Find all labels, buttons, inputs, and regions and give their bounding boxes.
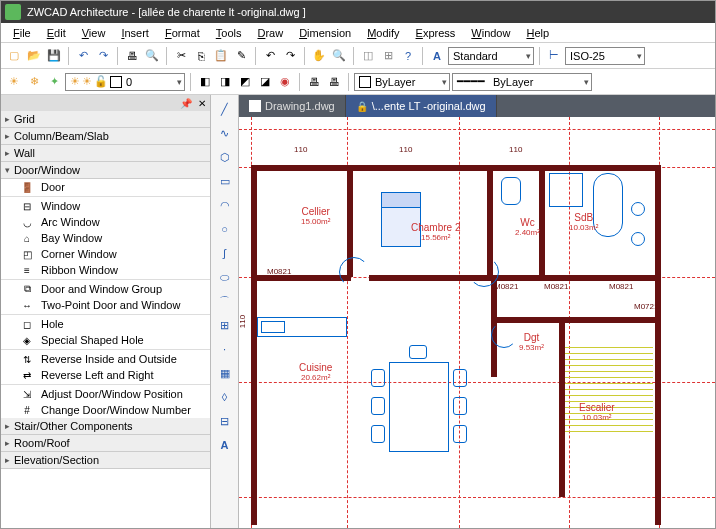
change-num-icon: # xyxy=(19,404,35,416)
panel-item-hole[interactable]: ◻Hole xyxy=(1,316,210,332)
panel-item-reverse-left-and-right[interactable]: ⇄Reverse Left and Right xyxy=(1,367,210,383)
color-dropdown[interactable]: ByLayer xyxy=(354,73,450,91)
room-label-escalier: Escalier10.03m² xyxy=(579,402,615,422)
cut-icon[interactable]: ✂ xyxy=(172,47,190,65)
lm4-icon[interactable]: ◪ xyxy=(256,73,274,91)
region-tool-icon[interactable]: ◊ xyxy=(215,387,235,407)
menu-draw[interactable]: Draw xyxy=(249,25,291,41)
pan-icon[interactable]: ✋ xyxy=(310,47,328,65)
dim-style-dropdown[interactable]: ISO-25 xyxy=(565,47,645,65)
arc-tool-icon[interactable]: ◠ xyxy=(215,195,235,215)
paste-icon[interactable]: 📋 xyxy=(212,47,230,65)
menu-file[interactable]: File xyxy=(5,25,39,41)
dim-top-2: 110 xyxy=(399,145,412,154)
win-tag-1: M0821 xyxy=(267,267,291,276)
pline-tool-icon[interactable]: ∿ xyxy=(215,123,235,143)
redo2-icon[interactable]: ↷ xyxy=(281,47,299,65)
undo2-icon[interactable]: ↶ xyxy=(261,47,279,65)
point-tool-icon[interactable]: · xyxy=(215,339,235,359)
misc1-icon[interactable]: ◫ xyxy=(359,47,377,65)
table-tool-icon[interactable]: ⊟ xyxy=(215,411,235,431)
misc2-icon[interactable]: ⊞ xyxy=(379,47,397,65)
layer1-icon[interactable]: ☀ xyxy=(5,73,23,91)
zoom-icon[interactable]: 🔍 xyxy=(330,47,348,65)
match-icon[interactable]: ✎ xyxy=(232,47,250,65)
menu-window[interactable]: Window xyxy=(463,25,518,41)
panel-close-icon[interactable]: ✕ xyxy=(198,98,206,109)
doc-tab-1[interactable]: Drawing1.dwg xyxy=(239,95,346,117)
panel-section-column-beam-slab[interactable]: ▸Column/Beam/Slab xyxy=(1,128,210,145)
open-icon[interactable]: 📂 xyxy=(25,47,43,65)
room-label-wc: Wc2.40m² xyxy=(515,217,540,237)
panel-item-door[interactable]: 🚪Door xyxy=(1,179,210,195)
lm2-icon[interactable]: ◨ xyxy=(216,73,234,91)
panel-item-adjust-door-window-position[interactable]: ⇲Adjust Door/Window Position xyxy=(1,386,210,402)
lm5-icon[interactable]: ◉ xyxy=(276,73,294,91)
panel-section-elevation-section[interactable]: ▸Elevation/Section xyxy=(1,452,210,469)
ellipse-arc-tool-icon[interactable]: ⌒ xyxy=(215,291,235,311)
circle-tool-icon[interactable]: ○ xyxy=(215,219,235,239)
panel-item-ribbon-window[interactable]: ≡Ribbon Window xyxy=(1,262,210,278)
panel-section-room-roof[interactable]: ▸Room/Roof xyxy=(1,435,210,452)
block-tool-icon[interactable]: ⊞ xyxy=(215,315,235,335)
undo-icon[interactable]: ↶ xyxy=(74,47,92,65)
dim-top-3: 110 xyxy=(509,145,522,154)
panel-section-wall[interactable]: ▸Wall xyxy=(1,145,210,162)
reverse-lr-icon: ⇄ xyxy=(19,369,35,381)
hatch-tool-icon[interactable]: ▦ xyxy=(215,363,235,383)
menu-modify[interactable]: Modify xyxy=(359,25,407,41)
menu-edit[interactable]: Edit xyxy=(39,25,74,41)
doc-tab-2[interactable]: 🔒 \...ente LT -original.dwg xyxy=(346,95,497,117)
menu-dimension[interactable]: Dimension xyxy=(291,25,359,41)
panel-pin-icon[interactable]: 📌 xyxy=(180,98,192,109)
panel-item-arc-window[interactable]: ◡Arc Window xyxy=(1,214,210,230)
panel-section-door-window[interactable]: ▾Door/Window xyxy=(1,162,210,179)
document-title: [allée de charente lt -original.dwg ] xyxy=(138,6,306,18)
ellipse-tool-icon[interactable]: ⬭ xyxy=(215,267,235,287)
print-icon[interactable]: 🖶 xyxy=(123,47,141,65)
panel-item-two-point-door-and-window[interactable]: ↔Two-Point Door and Window xyxy=(1,297,210,313)
preview-icon[interactable]: 🔍 xyxy=(143,47,161,65)
text-style-dropdown[interactable]: Standard xyxy=(448,47,534,65)
menu-express[interactable]: Express xyxy=(408,25,464,41)
menu-help[interactable]: Help xyxy=(518,25,557,41)
panel-section-stair-other-components[interactable]: ▸Stair/Other Components xyxy=(1,418,210,435)
menu-bar: File Edit View Insert Format Tools Draw … xyxy=(1,23,715,43)
panel-item-window[interactable]: ⊟Window xyxy=(1,198,210,214)
new-icon[interactable]: ▢ xyxy=(5,47,23,65)
panel-item-corner-window[interactable]: ◰Corner Window xyxy=(1,246,210,262)
plot2-icon[interactable]: 🖶 xyxy=(325,73,343,91)
spline-tool-icon[interactable]: ∫ xyxy=(215,243,235,263)
rect-tool-icon[interactable]: ▭ xyxy=(215,171,235,191)
menu-tools[interactable]: Tools xyxy=(208,25,250,41)
layer3-icon[interactable]: ✦ xyxy=(45,73,63,91)
text-tool-icon[interactable]: A xyxy=(215,435,235,455)
corner-window-icon: ◰ xyxy=(19,248,35,260)
copy-icon[interactable]: ⎘ xyxy=(192,47,210,65)
line-tool-icon[interactable]: ╱ xyxy=(215,99,235,119)
drawing-canvas[interactable]: 110 110 110 110 M0821 M0821 M0821 M0821 … xyxy=(239,117,715,528)
win-tag-5: M0721 xyxy=(634,302,658,311)
panel-item-special-shaped-hole[interactable]: ◈Special Shaped Hole xyxy=(1,332,210,348)
menu-view[interactable]: View xyxy=(74,25,114,41)
plot1-icon[interactable]: 🖶 xyxy=(305,73,323,91)
dim-style-icon[interactable]: ⊢ xyxy=(545,47,563,65)
menu-insert[interactable]: Insert xyxy=(113,25,157,41)
panel-item-bay-window[interactable]: ⌂Bay Window xyxy=(1,230,210,246)
lm3-icon[interactable]: ◩ xyxy=(236,73,254,91)
panel-section-grid[interactable]: ▸Grid xyxy=(1,111,210,128)
panel-item-change-door-window-number[interactable]: #Change Door/Window Number xyxy=(1,402,210,418)
save-icon[interactable]: 💾 xyxy=(45,47,63,65)
linetype-dropdown[interactable]: ━━━━ ByLayer xyxy=(452,73,592,91)
help-icon[interactable]: ? xyxy=(399,47,417,65)
layer2-icon[interactable]: ❄ xyxy=(25,73,43,91)
polygon-tool-icon[interactable]: ⬡ xyxy=(215,147,235,167)
menu-format[interactable]: Format xyxy=(157,25,208,41)
special-hole-icon: ◈ xyxy=(19,334,35,346)
text-style-icon[interactable]: A xyxy=(428,47,446,65)
panel-item-reverse-inside-and-outside[interactable]: ⇅Reverse Inside and Outside xyxy=(1,351,210,367)
lm1-icon[interactable]: ◧ xyxy=(196,73,214,91)
layer-dropdown[interactable]: ☀ ☀ 🔓 0 xyxy=(65,73,185,91)
redo-icon[interactable]: ↷ xyxy=(94,47,112,65)
panel-item-door-and-window-group[interactable]: ⧉Door and Window Group xyxy=(1,281,210,297)
